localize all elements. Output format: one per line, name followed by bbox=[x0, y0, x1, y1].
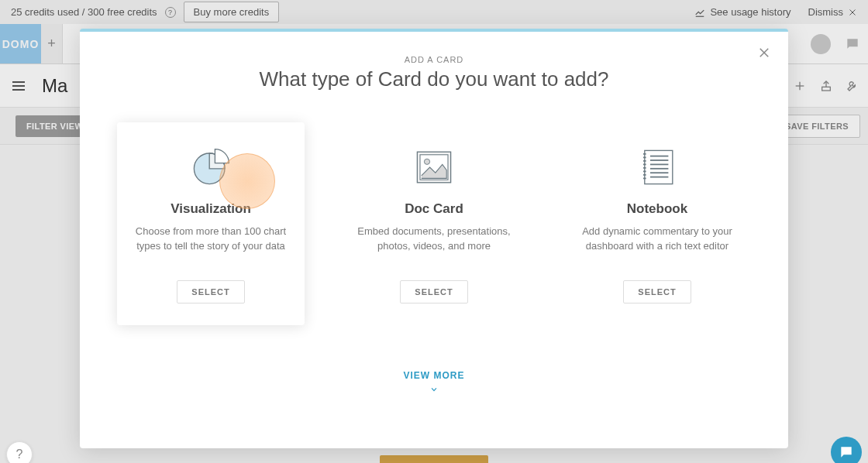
notebook-icon bbox=[579, 144, 735, 190]
card-title: Doc Card bbox=[356, 201, 512, 217]
card-desc: Choose from more than 100 chart types to… bbox=[133, 225, 289, 269]
card-title: Visualization bbox=[133, 201, 289, 217]
add-card-modal: ADD A CARD What type of Card do you want… bbox=[80, 29, 788, 448]
modal-title: What type of Card do you want to add? bbox=[111, 67, 757, 91]
chart-icon bbox=[694, 7, 705, 18]
close-icon bbox=[757, 46, 771, 60]
card-desc: Embed documents, presentations, photos, … bbox=[356, 225, 512, 269]
view-more-button[interactable]: VIEW MORE bbox=[111, 370, 757, 393]
select-doc-card-button[interactable]: SELECT bbox=[400, 280, 467, 304]
usage-history-link[interactable]: See usage history bbox=[694, 6, 790, 18]
close-icon bbox=[848, 8, 857, 17]
select-visualization-button[interactable]: SELECT bbox=[177, 280, 244, 304]
modal-overlay: ADD A CARD What type of Card do you want… bbox=[0, 24, 868, 463]
dismiss-banner-button[interactable]: Dismiss bbox=[808, 6, 858, 18]
help-float-button[interactable]: ? bbox=[6, 441, 33, 463]
pie-chart-icon bbox=[133, 144, 289, 190]
card-title: Notebook bbox=[579, 201, 735, 217]
card-option-doc-card[interactable]: Doc Card Embed documents, presentations,… bbox=[340, 122, 528, 325]
credits-text: 25 credits used / 300 free credits bbox=[11, 6, 157, 18]
select-notebook-button[interactable]: SELECT bbox=[623, 280, 691, 304]
chat-float-button[interactable] bbox=[831, 437, 862, 463]
chat-bubble-icon bbox=[839, 444, 854, 460]
svg-point-10 bbox=[424, 159, 429, 164]
credits-banner: 25 credits used / 300 free credits ? Buy… bbox=[0, 0, 868, 24]
close-modal-button[interactable] bbox=[757, 46, 771, 60]
chevron-down-icon bbox=[111, 386, 757, 393]
help-icon[interactable]: ? bbox=[165, 7, 176, 18]
card-option-visualization[interactable]: Visualization Choose from more than 100 … bbox=[117, 122, 305, 325]
buy-credits-button[interactable]: Buy more credits bbox=[184, 2, 280, 22]
card-desc: Add dynamic commentary to your dashboard… bbox=[579, 225, 735, 269]
card-option-notebook[interactable]: Notebook Add dynamic commentary to your … bbox=[563, 122, 751, 325]
modal-kicker: ADD A CARD bbox=[111, 55, 757, 64]
image-icon bbox=[356, 144, 512, 190]
